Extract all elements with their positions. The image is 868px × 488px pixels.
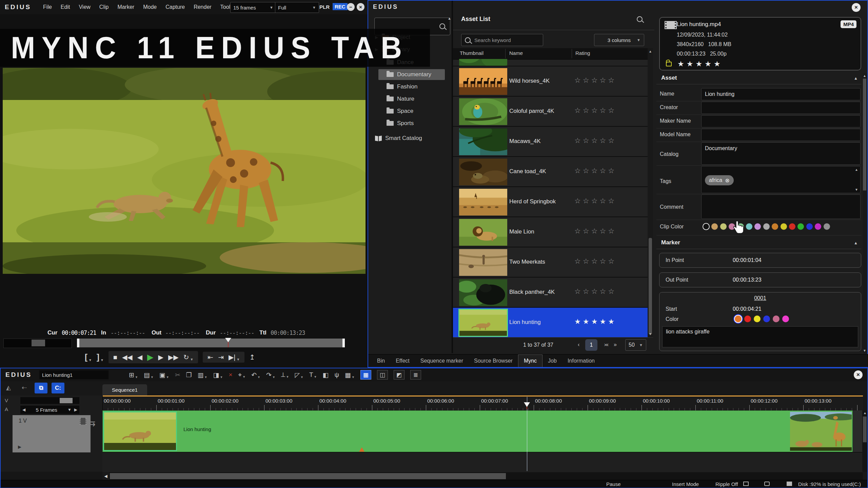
monitor-icon[interactable]	[764, 482, 770, 486]
scroll-up-icon[interactable]: ▲	[649, 49, 652, 53]
star-icon[interactable]: ☆	[574, 167, 583, 175]
star-icon[interactable]: ★	[574, 318, 583, 325]
clip-color-swatch-8[interactable]	[771, 223, 778, 230]
star-icon[interactable]: ★	[677, 60, 687, 68]
asset-rating[interactable]: ☆☆☆☆☆	[574, 167, 616, 175]
search-input[interactable]	[474, 37, 533, 43]
star-icon[interactable]: ☆	[608, 137, 616, 144]
tree-item-fashion[interactable]: Fashion	[378, 81, 445, 92]
timeline-clip[interactable]: Lion hunting	[102, 410, 853, 452]
catalog-field[interactable]: Documentary	[701, 142, 861, 165]
close-icon[interactable]: ×	[854, 370, 863, 379]
model-name-field[interactable]	[701, 129, 861, 141]
sequence-name-box[interactable]: Lion hunting1	[39, 370, 108, 379]
collapse-icon[interactable]: ▲	[854, 76, 858, 81]
tree-scroll-up-icon[interactable]: ▲	[448, 16, 451, 20]
spin-down-icon[interactable]: ▼	[855, 188, 858, 191]
star-icon[interactable]: ☆	[599, 227, 608, 235]
set-sync-point-button[interactable]: ⌖▼	[238, 371, 246, 379]
col-name[interactable]: Name	[509, 50, 523, 56]
clip-color-swatch-10[interactable]	[789, 223, 796, 230]
marker-color-swatch-3[interactable]	[763, 316, 770, 322]
star-icon[interactable]: ☆	[599, 106, 608, 114]
list-item-wild-horses-4k[interactable]: Wild horses_4K☆☆☆☆☆	[453, 66, 648, 97]
tag-chip[interactable]: africa ⊗	[705, 175, 734, 185]
clip-color-swatch-12[interactable]	[806, 223, 813, 230]
cut-button[interactable]: ✂	[175, 371, 180, 379]
tab-bin[interactable]: Bin	[372, 354, 390, 367]
list-item-herd-of-springbok[interactable]: Herd of Springbok☆☆☆☆☆	[453, 186, 648, 217]
col-thumbnail[interactable]: Thumbnail	[460, 50, 484, 56]
timeline-vscrollbar[interactable]: ▲	[862, 410, 867, 472]
star-icon[interactable]: ☆	[599, 197, 608, 205]
star-icon[interactable]: ☆	[574, 257, 583, 265]
model-name-input[interactable]	[702, 129, 860, 141]
columns-dropdown[interactable]: 3 columns ▼	[594, 34, 644, 46]
menu-marker[interactable]: Marker	[113, 4, 139, 10]
scrollbar-thumb[interactable]	[649, 238, 652, 334]
star-icon[interactable]: ★	[591, 318, 600, 325]
menu-edit[interactable]: Edit	[56, 4, 75, 10]
star-icon[interactable]: ☆	[583, 76, 591, 84]
list-item-male-lion[interactable]: Male Lion☆☆☆☆☆	[453, 217, 648, 247]
star-icon[interactable]: ★	[583, 318, 591, 325]
tab-effect[interactable]: Effect	[390, 354, 415, 367]
tab-mync[interactable]: Mync	[518, 354, 542, 367]
tags-field[interactable]: ▲ ▼ africa ⊗	[701, 166, 861, 193]
view-effects-button[interactable]: ◩	[394, 370, 405, 380]
star-icon[interactable]: ☆	[583, 197, 591, 205]
previous-frame-button[interactable]: ◀	[137, 353, 142, 361]
scrub-bar[interactable]	[77, 339, 345, 347]
star-icon[interactable]: ☆	[583, 287, 591, 295]
audio-track-toggle[interactable]: A	[5, 406, 8, 412]
star-icon[interactable]: ☆	[608, 197, 616, 205]
slider-thumb[interactable]	[60, 398, 73, 403]
go-to-out-button[interactable]: ⇥	[218, 353, 224, 361]
star-icon[interactable]: ☆	[608, 287, 616, 295]
frame-step-dropdown[interactable]: ◀ 5 Frames ▼ ▶	[20, 406, 79, 414]
star-icon[interactable]: ☆	[574, 287, 583, 295]
play-cursor-area-button[interactable]: ▶|▼	[229, 353, 240, 361]
scroll-down-icon[interactable]: ▼	[863, 349, 866, 352]
maker-name-input[interactable]	[702, 116, 860, 127]
scroll-down-icon[interactable]: ▼	[649, 332, 652, 336]
trim-mode-button[interactable]: ◸▼	[295, 371, 303, 379]
menu-mode[interactable]: Mode	[139, 4, 161, 10]
close-button[interactable]: ×	[357, 3, 364, 11]
play-button[interactable]: ▶	[147, 352, 153, 362]
marker-comment-box[interactable]: lion attacks giraffe	[662, 326, 858, 347]
plr-mode-button[interactable]: PLR	[319, 4, 330, 10]
timeline-ruler[interactable]: 00:00:00:0000:00:01:0000:00:02:0000:00:0…	[102, 395, 863, 410]
star-icon[interactable]: ★	[608, 318, 616, 325]
star-icon[interactable]: ☆	[591, 227, 600, 235]
scroll-left-icon[interactable]: ◀	[102, 472, 109, 480]
clip-color-swatch-11[interactable]	[797, 223, 804, 230]
star-icon[interactable]: ☆	[574, 197, 583, 205]
minimize-button[interactable]: −	[347, 3, 355, 11]
pan-scroll-icon[interactable]: ⇠	[22, 384, 27, 391]
prev-page-button[interactable]: ‹	[578, 342, 579, 348]
current-page[interactable]: 1	[585, 339, 597, 351]
star-icon[interactable]: ☆	[608, 227, 616, 235]
stop-button[interactable]: ■	[113, 353, 117, 361]
clip-color-swatch-13[interactable]	[814, 223, 822, 230]
export-status-icon[interactable]	[787, 482, 792, 486]
list-item-lion-hunting[interactable]: Lion hunting★★★★★	[453, 307, 648, 337]
menu-file[interactable]: File	[39, 4, 56, 10]
star-icon[interactable]: ☆	[583, 106, 591, 114]
zoom-dropdown[interactable]: Full ▼	[275, 2, 319, 13]
copy-button[interactable]: ❐	[186, 371, 192, 379]
step-left-icon[interactable]: ◀	[22, 407, 25, 412]
star-icon[interactable]: ☆	[591, 197, 600, 205]
clip-color-swatch-14[interactable]	[823, 223, 830, 230]
rewind-button[interactable]: ◀◀	[122, 353, 133, 361]
star-icon[interactable]: ☆	[574, 137, 583, 144]
star-icon[interactable]: ★	[705, 60, 714, 68]
tab-job[interactable]: Job	[542, 354, 562, 367]
asset-rating[interactable]: ☆☆☆☆☆	[574, 257, 616, 265]
next-page-button[interactable]: ›	[604, 342, 606, 348]
asset-rating[interactable]: ☆☆☆☆☆	[574, 106, 616, 115]
clip-color-swatch-5[interactable]	[746, 223, 753, 230]
menu-render[interactable]: Render	[189, 4, 216, 10]
video-track-toggle[interactable]: V	[5, 398, 8, 403]
